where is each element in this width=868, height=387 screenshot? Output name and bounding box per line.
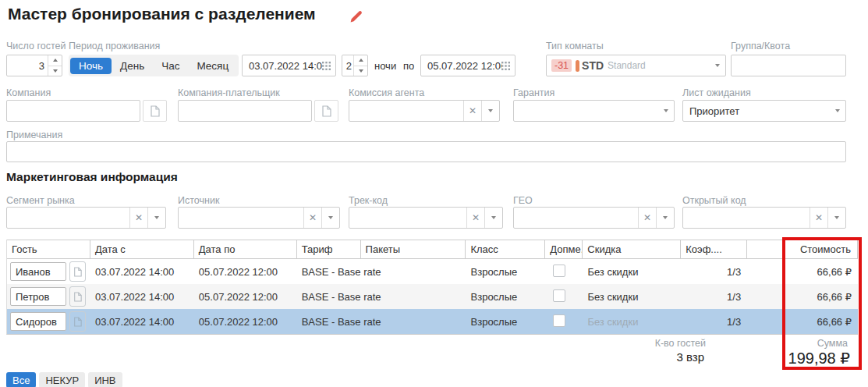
waitlist-select[interactable]: Приоритет xyxy=(682,100,846,122)
cell-price: 66,66 ₽ xyxy=(747,291,858,303)
open-code-select[interactable]: ✕ xyxy=(682,207,846,229)
cell-date-from: 03.07.2022 14:00 xyxy=(90,316,194,328)
edit-pencil-icon[interactable] xyxy=(349,9,363,27)
chevron-down-icon[interactable] xyxy=(710,55,725,76)
chevron-down-icon[interactable] xyxy=(830,101,845,121)
stepper-arrows[interactable] xyxy=(48,55,62,76)
column-header-coefficient[interactable]: Коэф.... xyxy=(681,240,747,258)
open-code-label: Открытый код xyxy=(682,195,746,206)
payer-company-lookup-button[interactable] xyxy=(314,100,338,122)
nights-count-stepper[interactable]: 2 xyxy=(342,55,368,76)
guests-total-value: 3 взр xyxy=(550,350,704,364)
source-select[interactable]: ✕ xyxy=(178,207,340,229)
notes-input[interactable] xyxy=(6,141,846,162)
period-option-day[interactable]: День xyxy=(112,58,153,74)
calendar-grid-icon[interactable] xyxy=(501,62,515,70)
column-header-extra-bed[interactable]: Допме... xyxy=(545,240,583,258)
guests-count-stepper[interactable]: 3 xyxy=(6,55,62,76)
room-filter-tabs: Все НЕКУР ИНВ xyxy=(6,372,126,387)
clear-x-icon[interactable]: ✕ xyxy=(129,208,147,228)
table-row[interactable]: Петров 03.07.2022 14:00 05.07.2022 12:00… xyxy=(7,284,858,309)
chevron-down-icon[interactable] xyxy=(321,208,339,228)
table-header-row: Гость Дата с Дата по Тариф Пакеты Класс … xyxy=(7,240,858,259)
cell-coefficient: 1/3 xyxy=(681,266,747,278)
date-from-input[interactable]: 03.07.2022 14:00 xyxy=(242,55,336,76)
room-type-name: Standard xyxy=(608,60,646,71)
chevron-down-icon[interactable] xyxy=(484,208,502,228)
source-label: Источник xyxy=(178,195,219,206)
column-header-packages[interactable]: Пакеты xyxy=(361,240,466,258)
waitlist-label: Лист ожидания xyxy=(682,87,751,98)
date-from-value: 03.07.2022 14:00 xyxy=(243,60,322,72)
guarantee-select[interactable] xyxy=(513,100,675,122)
extra-bed-checkbox[interactable] xyxy=(553,289,565,302)
company-input[interactable] xyxy=(6,100,140,122)
column-header-date-from[interactable]: Дата с xyxy=(90,240,194,258)
cell-discount: Без скидки xyxy=(583,291,681,303)
cell-discount: Без скидки xyxy=(583,316,681,328)
cell-date-to: 05.07.2022 12:00 xyxy=(194,291,297,303)
period-option-hour[interactable]: Час xyxy=(153,58,188,74)
company-lookup-button[interactable] xyxy=(143,100,167,122)
cell-class: Взрослые xyxy=(466,266,546,278)
clear-x-icon[interactable]: ✕ xyxy=(463,101,481,121)
period-option-month[interactable]: Месяц xyxy=(188,58,237,74)
column-header-rate[interactable]: Тариф xyxy=(297,240,361,258)
tab-all[interactable]: Все xyxy=(6,372,36,387)
column-header-price[interactable]: Стоимость xyxy=(747,240,858,258)
period-option-night[interactable]: Ночь xyxy=(70,58,112,74)
clear-x-icon[interactable]: ✕ xyxy=(303,208,321,228)
cell-price: 66,66 ₽ xyxy=(747,266,858,278)
market-segment-select[interactable]: ✕ xyxy=(6,207,166,229)
payer-company-input[interactable] xyxy=(178,100,312,122)
document-icon xyxy=(73,267,82,277)
track-code-select[interactable]: ✕ xyxy=(349,207,503,229)
geo-select[interactable]: ✕ xyxy=(513,207,675,229)
clear-x-icon[interactable]: ✕ xyxy=(810,208,827,228)
column-header-guest[interactable]: Гость xyxy=(7,240,90,258)
period-label: Период проживания xyxy=(69,41,160,51)
group-quota-input[interactable] xyxy=(731,55,846,76)
guest-name-input[interactable]: Иванов xyxy=(10,262,66,281)
agent-commission-select[interactable]: ✕ xyxy=(349,100,500,122)
table-row-selected[interactable]: Сидоров 03.07.2022 14:00 05.07.2022 12:0… xyxy=(7,309,858,334)
room-type-code: STD xyxy=(582,59,604,72)
chevron-down-icon[interactable] xyxy=(827,208,845,228)
column-header-date-to[interactable]: Дата по xyxy=(194,240,297,258)
sum-value: 199,98 ₽ xyxy=(686,349,850,367)
document-icon xyxy=(321,105,331,117)
chevron-down-icon[interactable] xyxy=(481,101,499,121)
table-row[interactable]: Иванов 03.07.2022 14:00 05.07.2022 12:00… xyxy=(7,259,858,284)
room-type-select[interactable]: -31 STD Standard xyxy=(546,55,726,76)
cell-class: Взрослые xyxy=(466,316,546,328)
guest-name-input[interactable]: Петров xyxy=(10,287,66,306)
tab-inv[interactable]: ИНВ xyxy=(88,372,122,387)
extra-bed-checkbox[interactable] xyxy=(553,314,565,327)
guest-card-button[interactable] xyxy=(69,286,86,307)
group-quota-label: Группа/Квота xyxy=(731,41,790,51)
guest-name-input[interactable]: Сидоров xyxy=(10,312,66,331)
chevron-down-icon[interactable] xyxy=(656,208,674,228)
marketing-section-heading: Маркетинговая информация xyxy=(6,170,178,184)
extra-bed-checkbox[interactable] xyxy=(553,265,565,277)
calendar-grid-icon[interactable] xyxy=(322,62,335,70)
notes-label: Примечания xyxy=(6,130,62,140)
column-header-class[interactable]: Класс xyxy=(466,240,545,258)
page-title: Мастер бронирования с разделением xyxy=(8,5,316,23)
chevron-down-icon[interactable] xyxy=(147,208,165,228)
clear-x-icon[interactable]: ✕ xyxy=(638,208,656,228)
tab-nonsmoking[interactable]: НЕКУР xyxy=(39,372,85,387)
cell-date-from: 03.07.2022 14:00 xyxy=(90,291,194,303)
document-icon xyxy=(150,105,160,117)
stepper-arrows[interactable] xyxy=(353,55,367,76)
date-to-input[interactable]: 05.07.2022 12:00 xyxy=(420,55,515,76)
guest-card-button[interactable] xyxy=(69,311,86,332)
guest-card-button[interactable] xyxy=(69,261,86,282)
cell-discount: Без скидки xyxy=(583,266,681,278)
guests-total-label: К-во гостей xyxy=(550,338,706,349)
column-header-discount[interactable]: Скидка xyxy=(583,240,681,258)
market-segment-label: Сегмент рынка xyxy=(6,195,75,206)
clear-x-icon[interactable]: ✕ xyxy=(466,208,484,228)
chevron-down-icon[interactable] xyxy=(658,101,674,121)
cell-rate: BASE - Base rate xyxy=(297,291,361,303)
